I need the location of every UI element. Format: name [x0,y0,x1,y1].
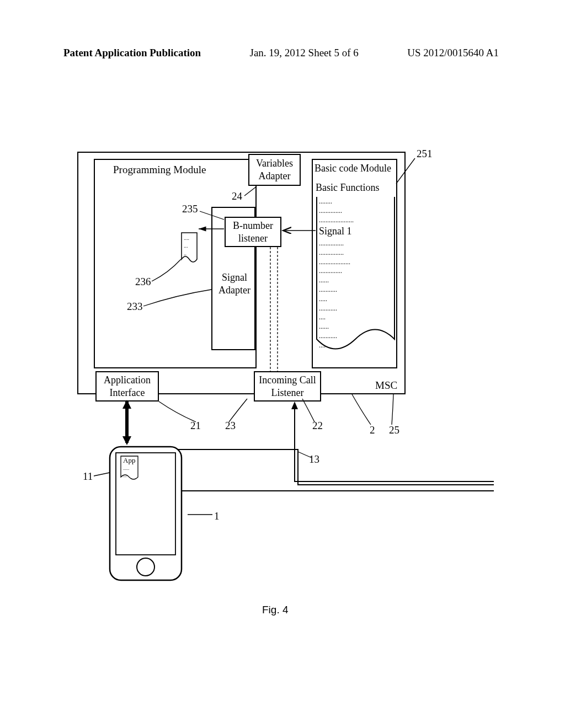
small-document-icon [180,232,198,266]
ref-233: 233 [127,301,143,313]
variables-adapter-box: Variables Adapter [248,154,301,186]
ref-13: 13 [309,453,319,465]
ref-251: 251 [417,148,433,160]
ref-235: 235 [182,203,198,215]
app-interface-label: Application Interface [104,374,151,398]
code-dots-2: ........................................… [319,239,350,350]
app-dots: ........ [123,465,129,479]
ref-24: 24 [232,190,242,202]
page-header: Patent Application Publication Jan. 19, … [0,47,565,59]
incoming-listener-label: Incoming Call Listener [259,374,316,398]
ref-25: 25 [389,424,399,436]
ref-2: 2 [370,424,375,436]
code-dots: ........................................… [319,197,354,224]
ref-236: 236 [135,276,151,288]
bnumber-listener-box: B-number listener [225,217,281,247]
ref-11: 11 [83,470,93,483]
msc-label: MSC [375,379,397,392]
ref-23: 23 [225,420,236,432]
ref-22: 22 [312,420,323,432]
variables-adapter-label: Variables Adapter [256,158,293,181]
phone-icon [107,444,184,583]
signal1-label: Signal 1 [319,226,352,237]
ref-1: 1 [214,510,220,522]
svg-marker-12 [291,402,298,409]
bnumber-listener-label: B-number listener [233,220,273,244]
signal-adapter-label: Signal Adapter [215,271,254,297]
programming-module-label: Programming Module [113,164,206,176]
header-right: US 2012/0015640 A1 [407,47,499,59]
header-left: Patent Application Publication [63,47,201,59]
diagram-container: Programming Module Signal Adapter Variab… [77,152,494,587]
header-center: Jan. 19, 2012 Sheet 5 of 6 [250,47,359,59]
small-doc-dots: ......... [184,234,189,258]
figure-caption: Fig. 4 [262,604,289,616]
app-label: App [123,456,135,465]
basic-functions-label: Basic Functions [316,182,396,194]
app-interface-box: Application Interface [95,371,159,402]
basic-code-module-label: Basic code Module [315,163,391,174]
incoming-listener-box: Incoming Call Listener [254,371,321,402]
ref-21: 21 [190,420,201,432]
